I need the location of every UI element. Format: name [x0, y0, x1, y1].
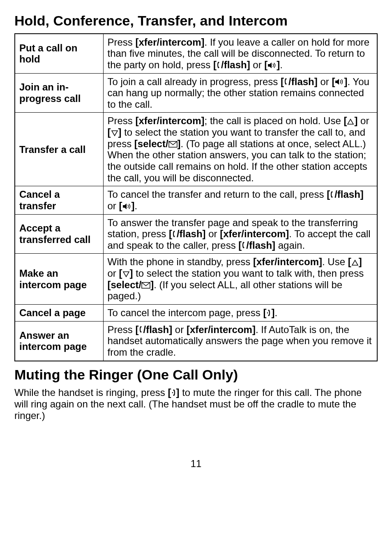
feature-description: With the phone in standby, press [xfer/i… [103, 254, 377, 305]
envelope-icon [141, 280, 150, 290]
feature-description: To cancel the transfer and return to the… [103, 186, 377, 214]
talk-icon [172, 230, 177, 240]
table-row: Cancel a pageTo cancel the intercom page… [15, 305, 377, 322]
feature-label: Answer an intercom page [15, 321, 103, 361]
table-row: Make an intercom pageWith the phone in s… [15, 254, 377, 305]
page-number: 11 [14, 458, 378, 470]
svg-point-5 [267, 312, 268, 313]
svg-rect-0 [268, 64, 270, 67]
svg-point-6 [172, 392, 173, 393]
talk-icon [139, 325, 143, 335]
feature-description: To join a call already in progress, pres… [103, 73, 377, 113]
feature-label: Join an in-progress call [15, 73, 103, 113]
svg-rect-1 [335, 81, 337, 83]
feature-description: Press [/flash] or [xfer/intercom]. If Au… [103, 321, 377, 361]
feature-label: Accept a transferred call [15, 214, 103, 254]
feature-description: Press [xfer/intercom]. If you leave a ca… [103, 34, 377, 73]
up-arrow-icon [351, 258, 359, 268]
envelope-icon [168, 139, 178, 149]
table-row: Put a call on holdPress [xfer/intercom].… [15, 34, 377, 73]
down-arrow-icon [122, 269, 130, 279]
up-arrow-icon [347, 117, 354, 127]
talk-icon [242, 241, 246, 251]
feature-description: To answer the transfer page and speak to… [103, 214, 377, 254]
feature-label: Put a call on hold [15, 34, 103, 73]
feature-description: Press [xfer/intercom]; the call is place… [103, 113, 377, 186]
end-icon [266, 309, 271, 319]
speaker-icon [122, 202, 131, 212]
svg-rect-3 [123, 205, 125, 208]
table-row: Accept a transferred callTo answer the t… [15, 214, 377, 254]
speaker-icon [335, 77, 344, 87]
feature-label: Transfer a call [15, 113, 103, 186]
feature-label: Cancel a page [15, 305, 103, 322]
down-arrow-icon [111, 128, 118, 138]
table-row: Cancel a transferTo cancel the transfer … [15, 186, 377, 214]
table-row: Answer an intercom pagePress [/flash] or… [15, 321, 377, 361]
muting-description: While the handset is ringing, press [] t… [14, 387, 378, 421]
talk-icon [284, 77, 288, 87]
table-row: Transfer a callPress [xfer/intercom]; th… [15, 113, 377, 186]
end-icon [171, 389, 176, 398]
features-table: Put a call on holdPress [xfer/intercom].… [14, 33, 378, 361]
heading-hold-conference: Hold, Conference, Transfer, and Intercom [14, 12, 378, 29]
feature-label: Make an intercom page [15, 254, 103, 305]
talk-icon [217, 61, 221, 71]
talk-icon [330, 190, 334, 200]
feature-label: Cancel a transfer [15, 186, 103, 214]
feature-description: To cancel the intercom page, press []. [103, 305, 377, 322]
heading-muting-ringer: Muting the Ringer (One Call Only) [14, 366, 378, 383]
table-row: Join an in-progress callTo join a call a… [15, 73, 377, 113]
speaker-icon [267, 61, 277, 71]
